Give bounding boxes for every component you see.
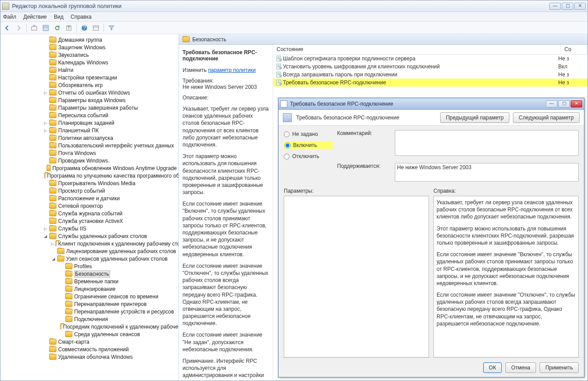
up-button[interactable] [29, 23, 39, 33]
tree-item[interactable]: Обозреватель игр [0, 81, 179, 89]
tree-item[interactable]: Подключения [0, 315, 179, 323]
folder-icon [49, 203, 56, 209]
tree-item[interactable]: Просмотр событий [0, 187, 179, 194]
folder-icon [49, 233, 56, 239]
tree-item[interactable]: Пересылка событий [0, 111, 179, 119]
tree-item[interactable]: Почта Windows [0, 149, 179, 157]
list-item-name: Всегда запрашивать пароль при подключени… [283, 71, 558, 78]
radio-enable[interactable]: Включить [284, 142, 333, 149]
comment-textarea[interactable] [395, 130, 579, 156]
tree-item[interactable]: ▷Службы IIS [0, 225, 179, 232]
radio-disable[interactable]: Отключить [284, 153, 333, 159]
cancel-button[interactable]: Отмена [505, 362, 536, 373]
props-button[interactable] [41, 23, 51, 33]
expand-icon[interactable]: ▷ [51, 241, 54, 246]
col-state2-header[interactable]: Со [561, 45, 588, 54]
view-button[interactable] [91, 23, 101, 33]
tree-item[interactable]: ◢Узел сеансов удаленных рабочих столов [0, 255, 179, 262]
maximize-button[interactable]: ▢ [562, 3, 573, 10]
expand-icon[interactable]: ▷ [43, 90, 48, 95]
menu-view[interactable]: Вид [54, 14, 64, 20]
description-paragraph: Этот параметр можно использовать для пов… [183, 153, 269, 196]
list-item[interactable]: Всегда запрашивать пароль при подключени… [273, 71, 588, 79]
dialog-close-button[interactable]: ✕ [571, 100, 582, 107]
expand-icon [43, 211, 48, 216]
close-button[interactable]: ✕ [574, 3, 586, 10]
expand-icon[interactable]: ▷ [43, 128, 48, 133]
expand-icon[interactable]: ◢ [43, 234, 48, 238]
svg-point-27 [279, 83, 282, 85]
refresh-button[interactable] [52, 23, 62, 33]
tree-item[interactable]: Лицензирование [0, 285, 179, 293]
tree-item[interactable]: Ограничение сеансов по времени [0, 293, 179, 300]
tree-item[interactable]: Найти [0, 66, 179, 74]
menu-action[interactable]: Действие [24, 14, 47, 20]
tree-item[interactable]: Проигрыватель Windows Media [0, 179, 179, 187]
tree-item[interactable]: Параметры завершения работы [0, 104, 179, 111]
tree-item[interactable]: Перенаправление принтеров [0, 300, 179, 308]
tree-item[interactable]: ◢Службы удаленных рабочих столов [0, 232, 179, 240]
radio-notset[interactable]: Не задано [284, 131, 333, 137]
minimize-button[interactable]: — [549, 3, 561, 10]
tree-item[interactable]: Домашняя группа [0, 36, 179, 44]
help-box[interactable]: Указывает, требует ли сервер узла сеансо… [433, 196, 579, 357]
tree-item[interactable]: Посредник подключений к удаленному рабоч… [0, 323, 179, 330]
change-link[interactable]: параметр политики [208, 67, 255, 73]
tree-item[interactable]: Служба установки ActiveX [0, 217, 179, 225]
tree-item[interactable]: Служба журнала событий [0, 210, 179, 217]
tree-item[interactable]: Расположение и датчики [0, 194, 179, 202]
forward-button[interactable] [14, 23, 24, 33]
tree-item[interactable]: Смарт-карта [0, 338, 179, 345]
tree-item[interactable]: Программа по улучшению качества программ… [0, 172, 179, 179]
tree-item[interactable]: Сетевой проектор [0, 202, 179, 210]
list-item[interactable]: Шаблон сертификата проверки подлинности … [273, 55, 588, 63]
next-setting-button[interactable]: Следующий параметр [513, 112, 580, 123]
filter-button[interactable] [107, 23, 116, 33]
tree-item[interactable]: Проводник Windows. [0, 157, 179, 164]
tree-item[interactable]: Защитник Windows [0, 44, 179, 51]
back-button[interactable] [2, 23, 12, 33]
tree-item[interactable]: Безопасность [0, 270, 179, 278]
tree-pane[interactable]: Домашняя группаЗащитник WindowsЗвукозапи… [0, 34, 179, 381]
folder-icon [49, 218, 56, 224]
tree-item[interactable]: Программа обновления Windows Anytime Upg… [0, 164, 179, 172]
tree-item[interactable]: Перенаправление устройств и ресурсов [0, 308, 179, 315]
tree-item[interactable]: Совместимость приложений [0, 345, 179, 353]
expand-icon[interactable]: ◢ [51, 256, 56, 261]
list-item[interactable]: Установить уровень шифрования для клиент… [273, 63, 588, 71]
tree-item[interactable]: Profiles [0, 262, 179, 270]
tree-item[interactable]: ▷Отчеты об ошибках Windows [0, 89, 179, 96]
tree-item[interactable]: ▷Планировщик заданий [0, 119, 179, 127]
tree-item[interactable]: Календарь Windows [0, 59, 179, 66]
dialog-maximize-button[interactable]: ▢ [558, 100, 570, 107]
tree-item[interactable]: ▷Планшетный ПК [0, 127, 179, 134]
tree-item[interactable]: Параметры входа Windows [0, 96, 179, 104]
tree-item[interactable]: ▷Клиент подключения к удаленному рабочем… [0, 240, 179, 247]
tree-item[interactable]: Временные папки [0, 278, 179, 285]
tree-item[interactable]: Политики автозапуска [0, 134, 179, 142]
expand-icon[interactable]: ▷ [43, 226, 48, 231]
menu-file[interactable]: Файл [3, 14, 16, 20]
tree-item[interactable]: Звукозапись [0, 51, 179, 59]
export-button[interactable] [64, 23, 74, 33]
list-item[interactable]: Требовать безопасное RPC-подключениеНе з [273, 79, 588, 87]
expand-icon[interactable]: ▷ [43, 120, 48, 125]
tree-label: Настройки презентации [58, 75, 117, 81]
folder-icon [65, 286, 72, 292]
apply-button[interactable]: Применить [540, 362, 579, 373]
col-state-header[interactable]: Состояние [273, 45, 561, 54]
tree-label: Параметры входа Windows [58, 97, 126, 103]
tree-item[interactable]: Среда удаленных сеансов [0, 330, 179, 338]
tree-item[interactable]: Удаленная оболочка Windows [0, 353, 179, 361]
tree-label: Ограничение сеансов по времени [74, 294, 159, 300]
tree-item[interactable]: Настройки презентации [0, 74, 179, 81]
tree-label: Пересылка событий [58, 112, 108, 119]
tree-item[interactable]: Лицензирование удаленных рабочих столов [0, 247, 179, 255]
prev-setting-button[interactable]: Предыдущий параметр [440, 112, 509, 123]
tree-item[interactable]: Пользовательский интерфейс учетных данны… [0, 142, 179, 149]
ok-button[interactable]: ОК [483, 362, 502, 373]
help-button[interactable]: ? [79, 23, 89, 33]
policy-dialog: Требовать безопасное RPC-подключение — ▢… [278, 98, 584, 377]
menu-help[interactable]: Справка [71, 14, 91, 20]
dialog-minimize-button[interactable]: — [546, 100, 557, 107]
